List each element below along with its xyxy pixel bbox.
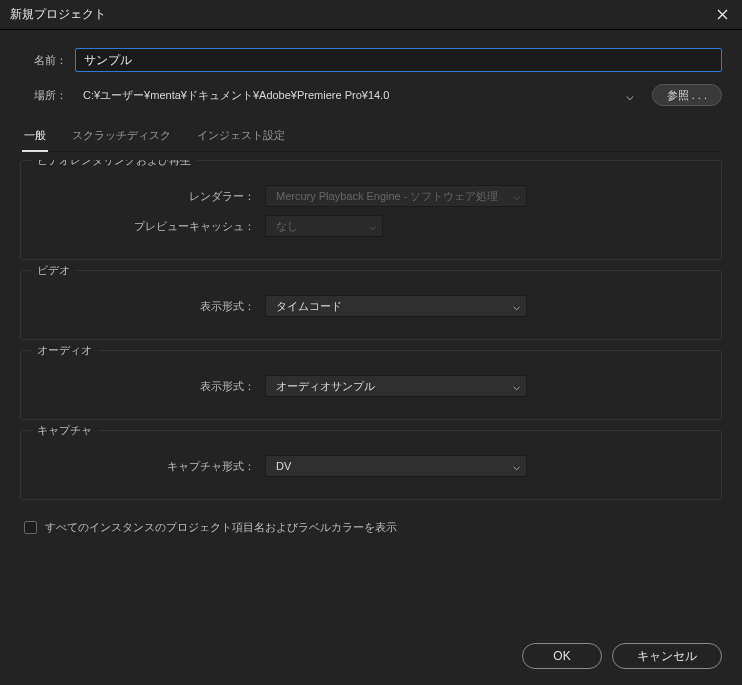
group-legend-render: ビデオレンダリングおよび再生 [31,160,197,168]
close-button[interactable] [710,3,734,27]
renderer-label: レンダラー： [35,189,265,204]
location-value: C:¥ユーザー¥menta¥ドキュメント¥Adobe¥Premiere Pro¥… [83,88,389,103]
capture-format-label: キャプチャ形式： [35,459,265,474]
footer: OK キャンセル [0,631,742,685]
video-format-value: タイムコード [276,299,342,314]
chevron-down-icon: ⌵ [513,299,520,313]
capture-format-select[interactable]: DV ⌵ [265,455,527,477]
tab-general[interactable]: 一般 [22,122,48,151]
window-title: 新規プロジェクト [10,6,106,23]
project-name-input[interactable] [75,48,722,72]
group-legend-audio: オーディオ [31,343,98,358]
chevron-down-icon: ⌵ [513,379,520,393]
video-format-select[interactable]: タイムコード ⌵ [265,295,527,317]
video-format-label: 表示形式： [35,299,265,314]
group-legend-capture: キャプチャ [31,423,98,438]
chevron-down-icon: ⌵ [369,219,376,233]
preview-cache-value: なし [276,219,298,234]
capture-format-value: DV [276,460,291,472]
preview-cache-label: プレビューキャッシュ： [35,219,265,234]
renderer-value: Mercury Playback Engine - ソフトウェア処理 [276,189,499,204]
audio-format-value: オーディオサンプル [276,379,375,394]
tab-ingest-settings[interactable]: インジェスト設定 [195,122,287,151]
tab-scratch-disks[interactable]: スクラッチディスク [70,122,173,151]
name-label: 名前： [20,53,75,68]
tab-panel-general: ビデオレンダリングおよび再生 レンダラー： Mercury Playback E… [20,160,722,621]
cancel-button[interactable]: キャンセル [612,643,722,669]
titlebar: 新規プロジェクト [0,0,742,30]
ok-button[interactable]: OK [522,643,602,669]
show-labels-row: すべてのインスタンスのプロジェクト項目名およびラベルカラーを表示 [20,510,722,545]
browse-button[interactable]: 参照 . . . [652,84,722,106]
location-select[interactable]: C:¥ユーザー¥menta¥ドキュメント¥Adobe¥Premiere Pro¥… [75,84,642,106]
group-video-rendering: ビデオレンダリングおよび再生 レンダラー： Mercury Playback E… [20,160,722,260]
tab-bar: 一般 スクラッチディスク インジェスト設定 [20,118,722,152]
show-labels-text: すべてのインスタンスのプロジェクト項目名およびラベルカラーを表示 [45,520,397,535]
close-icon [717,9,728,20]
group-capture: キャプチャ キャプチャ形式： DV ⌵ [20,430,722,500]
preview-cache-select: なし ⌵ [265,215,383,237]
group-audio: オーディオ 表示形式： オーディオサンプル ⌵ [20,350,722,420]
audio-format-label: 表示形式： [35,379,265,394]
audio-format-select[interactable]: オーディオサンプル ⌵ [265,375,527,397]
location-label: 場所： [20,88,75,103]
chevron-down-icon: ⌵ [513,189,520,203]
chevron-down-icon: ⌵ [513,459,520,473]
group-legend-video: ビデオ [31,263,76,278]
renderer-select: Mercury Playback Engine - ソフトウェア処理 ⌵ [265,185,527,207]
group-video: ビデオ 表示形式： タイムコード ⌵ [20,270,722,340]
show-labels-checkbox[interactable] [24,521,37,534]
chevron-down-icon: ⌵ [626,88,634,103]
